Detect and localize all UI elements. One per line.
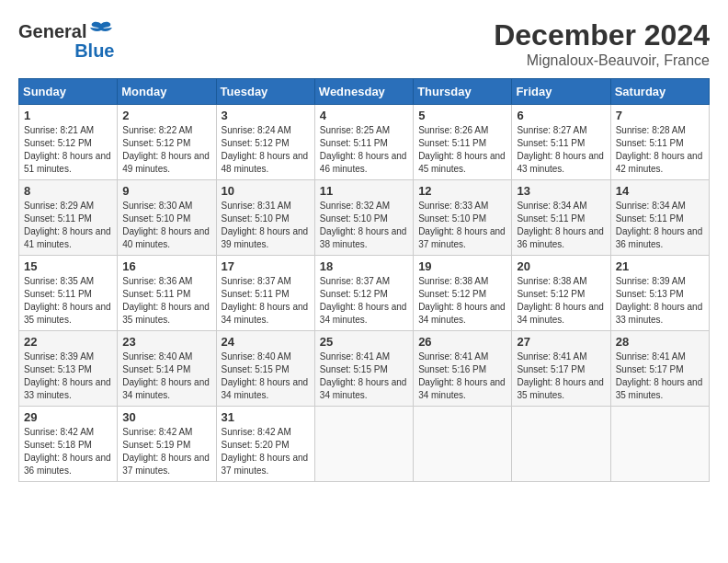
day-info: Sunrise: 8:33 AMSunset: 5:10 PMDaylight:… <box>418 201 506 249</box>
col-header-thursday: Thursday <box>414 79 512 105</box>
day-number: 23 <box>122 335 210 349</box>
day-info: Sunrise: 8:41 AMSunset: 5:17 PMDaylight:… <box>616 351 703 400</box>
calendar-day-10: 10Sunrise: 8:31 AMSunset: 5:10 PMDayligh… <box>216 180 314 256</box>
day-info: Sunrise: 8:41 AMSunset: 5:15 PMDaylight:… <box>320 351 407 400</box>
calendar-table: SundayMondayTuesdayWednesdayThursdayFrid… <box>18 78 710 482</box>
day-number: 3 <box>222 109 310 122</box>
calendar-day-23: 23Sunrise: 8:40 AMSunset: 5:14 PMDayligh… <box>118 331 216 407</box>
day-info: Sunrise: 8:21 AMSunset: 5:12 PMDaylight:… <box>24 125 111 174</box>
calendar-week-1: 1Sunrise: 8:21 AMSunset: 5:12 PMDaylight… <box>19 105 710 180</box>
calendar-day-17: 17Sunrise: 8:37 AMSunset: 5:11 PMDayligh… <box>216 256 314 331</box>
col-header-sunday: Sunday <box>19 79 118 105</box>
logo: General Blue <box>18 18 114 62</box>
calendar-day-30: 30Sunrise: 8:42 AMSunset: 5:19 PMDayligh… <box>118 407 216 482</box>
day-number: 5 <box>418 109 506 122</box>
day-info: Sunrise: 8:40 AMSunset: 5:15 PMDaylight:… <box>222 351 309 400</box>
day-info: Sunrise: 8:34 AMSunset: 5:11 PMDaylight:… <box>616 201 703 249</box>
day-number: 11 <box>320 184 408 198</box>
calendar-day-26: 26Sunrise: 8:41 AMSunset: 5:16 PMDayligh… <box>414 331 512 407</box>
day-info: Sunrise: 8:42 AMSunset: 5:19 PMDaylight:… <box>122 427 210 476</box>
calendar-day-14: 14Sunrise: 8:34 AMSunset: 5:11 PMDayligh… <box>610 180 709 256</box>
empty-cell <box>610 407 709 482</box>
calendar-day-19: 19Sunrise: 8:38 AMSunset: 5:12 PMDayligh… <box>414 256 512 331</box>
day-number: 29 <box>24 410 112 424</box>
day-number: 15 <box>24 259 112 273</box>
day-number: 4 <box>320 109 408 122</box>
day-number: 10 <box>222 184 310 198</box>
day-info: Sunrise: 8:37 AMSunset: 5:12 PMDaylight:… <box>320 276 407 325</box>
calendar-day-25: 25Sunrise: 8:41 AMSunset: 5:15 PMDayligh… <box>314 331 413 407</box>
day-info: Sunrise: 8:28 AMSunset: 5:11 PMDaylight:… <box>616 125 703 174</box>
col-header-tuesday: Tuesday <box>216 79 314 105</box>
day-number: 28 <box>616 335 704 349</box>
calendar-day-5: 5Sunrise: 8:26 AMSunset: 5:11 PMDaylight… <box>414 105 512 180</box>
day-number: 22 <box>24 335 112 349</box>
day-info: Sunrise: 8:31 AMSunset: 5:10 PMDaylight:… <box>222 201 309 249</box>
page-header: General Blue December 2024 Mignaloux-Bea… <box>18 18 710 69</box>
day-info: Sunrise: 8:32 AMSunset: 5:10 PMDaylight:… <box>320 201 407 249</box>
calendar-day-15: 15Sunrise: 8:35 AMSunset: 5:11 PMDayligh… <box>19 256 118 331</box>
day-number: 6 <box>517 109 605 122</box>
calendar-day-28: 28Sunrise: 8:41 AMSunset: 5:17 PMDayligh… <box>610 331 709 407</box>
col-header-wednesday: Wednesday <box>314 79 413 105</box>
empty-cell <box>414 407 512 482</box>
calendar-day-3: 3Sunrise: 8:24 AMSunset: 5:12 PMDaylight… <box>216 105 314 180</box>
calendar-header-row: SundayMondayTuesdayWednesdayThursdayFrid… <box>19 79 710 105</box>
calendar-week-5: 29Sunrise: 8:42 AMSunset: 5:18 PMDayligh… <box>19 407 710 482</box>
day-number: 25 <box>320 335 408 349</box>
day-number: 27 <box>517 335 605 349</box>
day-info: Sunrise: 8:38 AMSunset: 5:12 PMDaylight:… <box>418 276 506 325</box>
logo-general: General <box>18 21 86 42</box>
month-title: December 2024 <box>494 18 710 52</box>
empty-cell <box>314 407 413 482</box>
logo-blue: Blue <box>74 40 114 62</box>
day-info: Sunrise: 8:36 AMSunset: 5:11 PMDaylight:… <box>122 276 210 325</box>
day-info: Sunrise: 8:34 AMSunset: 5:11 PMDaylight:… <box>517 201 604 249</box>
day-number: 1 <box>24 109 112 122</box>
day-info: Sunrise: 8:35 AMSunset: 5:11 PMDaylight:… <box>24 276 111 325</box>
day-number: 14 <box>616 184 704 198</box>
calendar-day-2: 2Sunrise: 8:22 AMSunset: 5:12 PMDaylight… <box>118 105 216 180</box>
day-info: Sunrise: 8:42 AMSunset: 5:20 PMDaylight:… <box>222 427 309 476</box>
day-info: Sunrise: 8:40 AMSunset: 5:14 PMDaylight:… <box>122 351 210 400</box>
day-number: 13 <box>517 184 605 198</box>
empty-cell <box>512 407 610 482</box>
day-info: Sunrise: 8:29 AMSunset: 5:11 PMDaylight:… <box>24 201 111 249</box>
calendar-day-22: 22Sunrise: 8:39 AMSunset: 5:13 PMDayligh… <box>19 331 118 407</box>
calendar-day-11: 11Sunrise: 8:32 AMSunset: 5:10 PMDayligh… <box>314 180 413 256</box>
day-number: 26 <box>418 335 506 349</box>
day-info: Sunrise: 8:22 AMSunset: 5:12 PMDaylight:… <box>122 125 210 174</box>
day-info: Sunrise: 8:26 AMSunset: 5:11 PMDaylight:… <box>418 125 506 174</box>
calendar-day-29: 29Sunrise: 8:42 AMSunset: 5:18 PMDayligh… <box>19 407 118 482</box>
day-info: Sunrise: 8:41 AMSunset: 5:16 PMDaylight:… <box>418 351 506 400</box>
day-info: Sunrise: 8:25 AMSunset: 5:11 PMDaylight:… <box>320 125 407 174</box>
day-info: Sunrise: 8:24 AMSunset: 5:12 PMDaylight:… <box>222 125 309 174</box>
day-info: Sunrise: 8:39 AMSunset: 5:13 PMDaylight:… <box>24 351 111 400</box>
day-number: 17 <box>222 259 310 273</box>
day-number: 31 <box>222 410 310 424</box>
calendar-day-7: 7Sunrise: 8:28 AMSunset: 5:11 PMDaylight… <box>610 105 709 180</box>
calendar-day-6: 6Sunrise: 8:27 AMSunset: 5:11 PMDaylight… <box>512 105 610 180</box>
day-number: 2 <box>122 109 210 122</box>
day-number: 16 <box>122 259 210 273</box>
location: Mignaloux-Beauvoir, France <box>494 52 710 69</box>
calendar-week-3: 15Sunrise: 8:35 AMSunset: 5:11 PMDayligh… <box>19 256 710 331</box>
calendar-day-18: 18Sunrise: 8:37 AMSunset: 5:12 PMDayligh… <box>314 256 413 331</box>
day-number: 21 <box>616 259 704 273</box>
day-number: 12 <box>418 184 506 198</box>
day-number: 9 <box>122 184 210 198</box>
day-number: 30 <box>122 410 210 424</box>
day-info: Sunrise: 8:39 AMSunset: 5:13 PMDaylight:… <box>616 276 703 325</box>
day-number: 18 <box>320 259 408 273</box>
day-info: Sunrise: 8:37 AMSunset: 5:11 PMDaylight:… <box>222 276 309 325</box>
calendar-day-20: 20Sunrise: 8:38 AMSunset: 5:12 PMDayligh… <box>512 256 610 331</box>
day-number: 8 <box>24 184 112 198</box>
day-info: Sunrise: 8:30 AMSunset: 5:10 PMDaylight:… <box>122 201 210 249</box>
calendar-day-1: 1Sunrise: 8:21 AMSunset: 5:12 PMDaylight… <box>19 105 118 180</box>
day-info: Sunrise: 8:41 AMSunset: 5:17 PMDaylight:… <box>517 351 604 400</box>
col-header-friday: Friday <box>512 79 610 105</box>
calendar-week-2: 8Sunrise: 8:29 AMSunset: 5:11 PMDaylight… <box>19 180 710 256</box>
col-header-monday: Monday <box>118 79 216 105</box>
calendar-day-8: 8Sunrise: 8:29 AMSunset: 5:11 PMDaylight… <box>19 180 118 256</box>
day-info: Sunrise: 8:27 AMSunset: 5:11 PMDaylight:… <box>517 125 604 174</box>
